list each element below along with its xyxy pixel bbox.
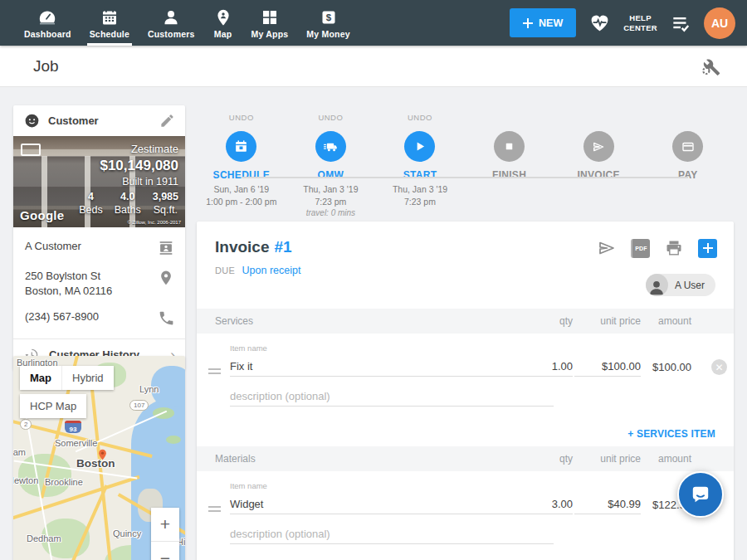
- step-schedule-circle[interactable]: [226, 131, 256, 162]
- stat-baths-label: Baths: [115, 204, 141, 216]
- assigned-user-chip[interactable]: A User: [646, 274, 715, 296]
- customer-card-title: Customer: [48, 114, 99, 127]
- nav-item-map[interactable]: Map: [204, 0, 242, 46]
- avatar-initials: AU: [711, 17, 728, 30]
- add-invoice-button[interactable]: [698, 239, 717, 258]
- send-invoice-icon[interactable]: [597, 238, 617, 258]
- customer-info: A Customer 250 Boylston StBoston, MA 021…: [13, 227, 185, 327]
- step-finish-circle[interactable]: [494, 131, 525, 162]
- step-invoice-circle[interactable]: [583, 131, 614, 162]
- customer-phone-row: (234) 567-8900: [25, 309, 175, 327]
- edit-pencil-icon[interactable]: [159, 113, 175, 129]
- step-start-circle[interactable]: [404, 131, 435, 162]
- column-header-qty: qty: [559, 315, 573, 327]
- material-description-input[interactable]: [230, 524, 554, 544]
- due-terms-link[interactable]: Upon receipt: [242, 265, 301, 276]
- invoice-number[interactable]: #1: [274, 238, 291, 256]
- material-item-name-input[interactable]: [230, 494, 554, 514]
- location-pin-icon[interactable]: [157, 269, 175, 287]
- map-type-hybrid-button[interactable]: Hybrid: [61, 366, 114, 390]
- undo-schedule-button[interactable]: UNDO: [229, 113, 254, 126]
- map-label: Waltham: [13, 447, 26, 457]
- column-header-unit-price: unit price: [600, 453, 641, 465]
- nav-right-cluster: NEW HELP CENTER AU: [510, 7, 735, 39]
- new-button-label: NEW: [539, 17, 563, 29]
- help-line2: CENTER: [623, 23, 657, 33]
- map-type-toggle: Map Hybrid: [20, 366, 114, 390]
- service-qty-input[interactable]: [513, 357, 573, 377]
- map-label: Brookline: [45, 477, 83, 487]
- drag-handle-icon[interactable]: [208, 368, 221, 377]
- chat-launcher-button[interactable]: [677, 471, 724, 518]
- map-marker-pin[interactable]: [96, 446, 109, 463]
- time-line: 1:00 pm - 2:00 pm: [206, 197, 276, 207]
- drag-handle-icon[interactable]: [208, 506, 221, 514]
- assigned-user-name: A User: [675, 280, 705, 291]
- column-header-qty: qty: [559, 453, 573, 465]
- service-unit-price-input[interactable]: [574, 357, 641, 377]
- step-invoice-label: INVOICE: [577, 169, 619, 181]
- print-icon[interactable]: [664, 238, 684, 258]
- step-finish-label: FINISH: [492, 169, 526, 181]
- map-type-map-button[interactable]: Map: [20, 366, 61, 390]
- nav-item-my-apps[interactable]: My Apps: [242, 0, 298, 46]
- street-view-icon[interactable]: [21, 144, 41, 156]
- step-omw-date: Thu, Jan 3 '197:23 pm: [303, 183, 358, 208]
- step-pay: PAY: [643, 113, 733, 217]
- customer-address-row: 250 Boylston StBoston, MA 02116: [25, 269, 175, 298]
- map-zoom-out-button[interactable]: −: [151, 541, 179, 560]
- step-omw-label: OMW: [318, 169, 344, 181]
- zillow-copyright: © Zillow, Inc. 2006-2017: [128, 220, 181, 225]
- plus-icon: [703, 243, 713, 253]
- nav-item-customers[interactable]: Customers: [139, 0, 204, 46]
- app-frame: Dashboard Schedule Customers Map My Apps…: [0, 0, 747, 560]
- nav-label: Map: [214, 29, 232, 39]
- materials-line-item: Item name $122.97 + MATERIALS ITEM: [197, 471, 734, 560]
- service-amount: $100.00: [652, 361, 691, 373]
- hcp-map-button[interactable]: HCP Map: [20, 394, 86, 418]
- user-avatar[interactable]: AU: [704, 7, 735, 39]
- column-header-unit-price: unit price: [600, 315, 641, 327]
- services-section-header: Services qty unit price amount: [197, 309, 734, 334]
- contact-card-icon[interactable]: [157, 239, 175, 257]
- invoice-card: Invoice#1 DUE Upon receipt PDF A User Se…: [197, 222, 734, 560]
- step-pay-label: PAY: [678, 169, 698, 181]
- stat-sqft: 3,985Sq.ft.: [153, 190, 178, 217]
- schedule-calendar-icon: [100, 7, 120, 27]
- date-line: Thu, Jan 3 '19: [393, 184, 447, 194]
- stop-icon: [503, 140, 515, 153]
- add-services-item-link[interactable]: + SERVICES ITEM: [627, 428, 715, 440]
- phone-icon[interactable]: [158, 309, 175, 327]
- step-omw-circle[interactable]: [315, 131, 346, 162]
- top-nav: Dashboard Schedule Customers Map My Apps…: [0, 0, 747, 46]
- invoice-due-line: DUE Upon receipt: [215, 262, 715, 277]
- pdf-icon[interactable]: PDF: [631, 239, 650, 258]
- interstate-93-shield: 93: [65, 421, 81, 433]
- nav-label: Dashboard: [24, 29, 71, 39]
- nav-item-dashboard[interactable]: Dashboard: [15, 0, 81, 46]
- route-badge-107: 107: [129, 400, 149, 411]
- task-list-check-icon[interactable]: [670, 12, 691, 34]
- new-button[interactable]: NEW: [510, 8, 576, 37]
- nav-item-my-money[interactable]: $ My Money: [297, 0, 359, 46]
- undo-omw-button[interactable]: UNDO: [318, 113, 343, 126]
- job-tools-icon[interactable]: [699, 55, 722, 78]
- remove-line-item-button[interactable]: ✕: [711, 359, 727, 375]
- steps-connector-line: [242, 177, 688, 178]
- nav-item-schedule[interactable]: Schedule: [81, 0, 139, 46]
- map-zoom-in-button[interactable]: +: [151, 508, 179, 541]
- undo-start-button[interactable]: UNDO: [408, 113, 432, 126]
- step-schedule-label: SCHEDULE: [213, 169, 270, 181]
- property-photo[interactable]: Zestimate $10,149,080 Built in 1911 4Bed…: [13, 136, 185, 227]
- credit-card-icon: [681, 139, 696, 154]
- help-center-link[interactable]: HELP CENTER: [623, 13, 657, 33]
- health-heart-pulse-icon[interactable]: [588, 12, 611, 34]
- customer-address: 250 Boylston StBoston, MA 02116: [25, 269, 112, 298]
- service-item-name-input[interactable]: [230, 357, 554, 377]
- service-description-input[interactable]: [230, 387, 554, 407]
- material-unit-price-input[interactable]: [574, 494, 641, 514]
- map-canvas[interactable]: Burlington Lynn Somerville Waltham Bosto…: [13, 356, 185, 560]
- step-pay-circle[interactable]: [672, 131, 703, 162]
- material-qty-input[interactable]: [513, 494, 573, 514]
- step-omw: UNDO OMW Thu, Jan 3 '197:23 pm travel: 0…: [286, 113, 376, 217]
